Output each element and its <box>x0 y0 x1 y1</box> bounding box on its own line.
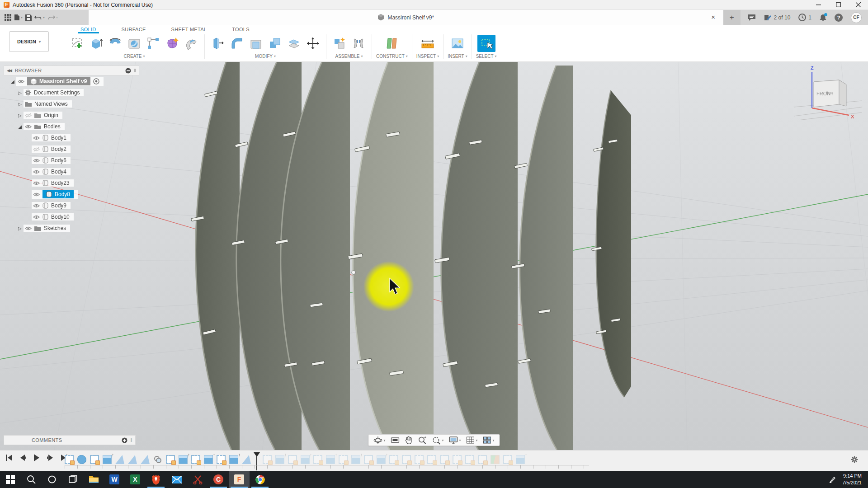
group-select-label[interactable]: SELECT <box>476 54 497 59</box>
display-settings-button[interactable]: ▾ <box>447 435 463 446</box>
timeline-op-extrude[interactable] <box>204 455 213 464</box>
play-button[interactable] <box>33 454 40 461</box>
tree-row-origin[interactable]: ▷ Origin <box>4 110 139 121</box>
taskbar-word-button[interactable]: W <box>104 471 125 488</box>
new-tab-button[interactable]: + <box>723 10 741 25</box>
timeline-op-mirror[interactable] <box>141 455 150 464</box>
expand-icon[interactable]: ◢ <box>16 124 24 129</box>
tab-close-button[interactable]: × <box>709 13 718 21</box>
timeline-op-sketch[interactable] <box>440 455 449 464</box>
minimize-button[interactable] <box>808 0 828 9</box>
timeline-op-sketch[interactable] <box>402 455 411 464</box>
tab-solid[interactable]: SOLID <box>68 25 109 33</box>
timeline-ruler[interactable] <box>65 465 589 469</box>
timeline-op-sketch[interactable] <box>263 455 272 464</box>
shell-button[interactable] <box>247 35 265 52</box>
tab-sheet-metal[interactable]: SHEET METAL <box>159 25 220 33</box>
shelf-bodies[interactable] <box>196 62 631 450</box>
taskbar-snip-button[interactable] <box>187 471 208 488</box>
taskbar-fusion-360-button[interactable]: F <box>229 471 250 488</box>
eye-icon[interactable] <box>33 215 40 220</box>
window-zoom-button[interactable]: ▾ <box>429 435 446 446</box>
move-button[interactable] <box>304 35 322 52</box>
activate-radio-icon[interactable] <box>93 78 99 84</box>
tree-row-body1[interactable]: Body1 <box>4 132 139 143</box>
eye-icon[interactable] <box>33 203 40 208</box>
tab-tools[interactable]: TOOLS <box>219 25 262 33</box>
expand-icon[interactable]: ◢ <box>9 79 16 84</box>
root-label-box[interactable]: Massironi Shelf v9 <box>27 77 90 85</box>
close-button[interactable] <box>848 0 868 9</box>
create-form-button[interactable] <box>163 35 181 52</box>
job-status-button[interactable]: 1 <box>798 14 811 21</box>
orbit-button[interactable]: ▾ <box>371 435 387 446</box>
eye-icon[interactable] <box>25 124 32 129</box>
joint-button[interactable] <box>349 35 368 52</box>
help-button[interactable]: ? <box>835 14 843 22</box>
comments-plus-icon[interactable] <box>122 437 127 443</box>
body-panel[interactable] <box>520 66 573 450</box>
expand-icon[interactable]: ▷ <box>16 102 24 107</box>
combine-button[interactable] <box>266 35 284 52</box>
eye-icon[interactable] <box>33 192 40 197</box>
timeline-op-mirror[interactable] <box>128 455 137 464</box>
taskbar-search-button[interactable] <box>21 471 42 488</box>
redo-button[interactable]: ▾ <box>47 14 58 20</box>
tree-row-body23[interactable]: Body23 <box>4 178 139 188</box>
taskbar-cortana-button[interactable] <box>42 471 62 488</box>
sweep-button[interactable] <box>182 35 200 52</box>
timeline-op-sketch[interactable] <box>427 455 436 464</box>
tree-row-named-views[interactable]: ▷ Named Views <box>4 99 139 109</box>
expand-icon[interactable]: ▷ <box>16 90 24 95</box>
notifications-button[interactable] <box>820 14 826 21</box>
rectangular-pattern-button[interactable] <box>144 35 162 52</box>
eye-icon[interactable] <box>33 136 40 141</box>
timeline-op-extrude[interactable] <box>377 455 386 464</box>
eye-icon[interactable] <box>18 79 24 84</box>
insert-image-button[interactable] <box>448 35 467 52</box>
pan-button[interactable] <box>402 435 415 446</box>
browser-grip[interactable]: ‖ <box>134 68 136 73</box>
timeline-op-extrude[interactable] <box>516 455 525 464</box>
revolve-button[interactable] <box>106 35 124 52</box>
timeline-op-sketch[interactable] <box>389 455 398 464</box>
pen-tray-icon[interactable] <box>829 476 836 483</box>
tree-row-body6[interactable]: Body6 <box>4 155 139 166</box>
timeline-op-sketch[interactable] <box>503 455 512 464</box>
origin-point-marker[interactable] <box>352 271 355 274</box>
group-insert-label[interactable]: INSERT <box>448 54 467 59</box>
extrude-button[interactable] <box>87 35 105 52</box>
timeline-op-extrude[interactable] <box>275 455 284 464</box>
timeline-op-extrude[interactable] <box>179 455 188 464</box>
timeline-op-extrude[interactable] <box>229 455 238 464</box>
selected-body-box[interactable]: Body8 <box>42 190 74 198</box>
taskbar-start-button[interactable] <box>0 471 21 488</box>
body-panel-highlighted[interactable] <box>353 62 434 450</box>
browser-minus-icon[interactable] <box>125 68 131 74</box>
timeline-op-sketch[interactable] <box>217 455 226 464</box>
avatar[interactable]: CF <box>851 12 862 23</box>
browser-header[interactable]: ◀◀ BROWSER ‖ <box>4 66 139 75</box>
look-at-button[interactable] <box>388 435 401 446</box>
group-modify-label[interactable]: MODIFY <box>255 54 276 59</box>
timeline-op-extrude[interactable] <box>326 455 335 464</box>
timeline-op-sketch[interactable] <box>313 455 322 464</box>
timeline-op-sketch[interactable] <box>364 455 373 464</box>
comments-header[interactable]: COMMENTS ‖ <box>4 435 136 445</box>
timeline-op-sketch[interactable] <box>415 455 424 464</box>
construction-plane-button[interactable] <box>383 35 401 52</box>
timeline-op-form[interactable] <box>77 455 86 464</box>
timeline-op-align[interactable] <box>491 455 500 464</box>
comments-bubble-button[interactable] <box>748 14 756 21</box>
timeline-op-sketch[interactable] <box>90 455 99 464</box>
eye-off-icon[interactable] <box>25 113 32 118</box>
app-grid-button[interactable] <box>5 14 11 21</box>
group-create-label[interactable]: CREATE <box>124 54 145 59</box>
timeline-op-sketch[interactable] <box>65 455 74 464</box>
tree-row-body4[interactable]: Body4 <box>4 166 139 177</box>
tree-row-root[interactable]: ◢ Massironi Shelf v9 <box>4 76 139 87</box>
body-panel[interactable] <box>196 62 240 450</box>
comments-grip[interactable]: ‖ <box>130 438 132 443</box>
taskbar-excel-button[interactable]: X <box>125 471 146 488</box>
file-menu-button[interactable]: ▾ <box>14 14 23 21</box>
